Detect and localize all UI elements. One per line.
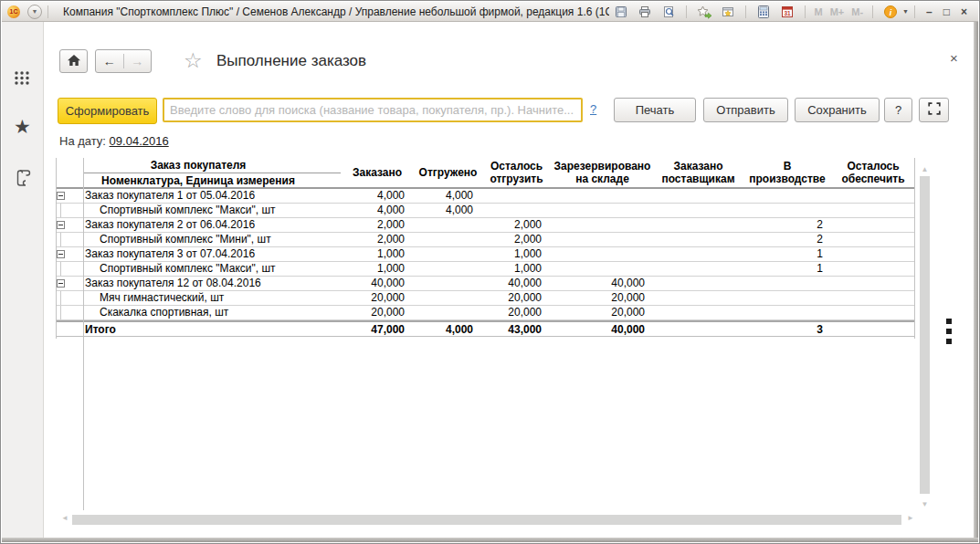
horizontal-scroll-thumb[interactable] — [72, 515, 901, 525]
cell-value — [743, 189, 832, 203]
fullscreen-icon — [928, 102, 941, 118]
history-icon[interactable] — [2, 168, 43, 192]
table-row[interactable]: Заказ покупателя 3 от 07.04.20161,0001,0… — [56, 247, 914, 262]
table-tree-border — [83, 158, 84, 510]
scroll-down-icon[interactable]: ▼ — [918, 500, 932, 508]
table-row[interactable]: Спортивный комплекс "Макси", шт4,0004,00… — [56, 204, 914, 218]
cell-value: 1,000 — [482, 247, 551, 261]
row-label: Спортивный комплекс "Макси", шт — [83, 204, 341, 217]
app-window: 1С ▼ Компания "Спорткомплекс Плюс" / Сем… — [0, 0, 980, 544]
titlebar-actions: 31 M M+ M- i ▼ – □ × — [609, 5, 973, 19]
cell-value: 20,000 — [551, 291, 654, 305]
favorites-panel-icon[interactable]: ★ — [2, 116, 43, 138]
home-button[interactable] — [59, 49, 88, 73]
memory-add-button[interactable]: M+ — [830, 6, 845, 17]
tree-cell — [56, 218, 83, 232]
date-value-link[interactable]: 09.04.2016 — [110, 134, 169, 148]
minimize-icon[interactable]: – — [926, 5, 933, 18]
cell-value: 2,000 — [482, 218, 551, 232]
column-header: В производстве — [743, 158, 832, 187]
back-arrow-icon: ← — [103, 54, 116, 68]
table-row[interactable]: Итого47,0004,00043,00040,0003 — [56, 320, 914, 337]
generate-button[interactable]: Сформировать — [58, 98, 157, 124]
info-icon[interactable]: i — [882, 5, 899, 19]
table-row[interactable]: Заказ покупателя 1 от 05.04.20164,0004,0… — [56, 189, 914, 204]
window-titlebar: 1С ▼ Компания "Спорткомплекс Плюс" / Сем… — [2, 2, 978, 22]
main-menu-dropdown-icon[interactable]: ▼ — [27, 5, 42, 19]
tree-cell — [56, 247, 83, 261]
cell-value — [654, 262, 743, 276]
collapse-minus-icon[interactable] — [57, 279, 65, 288]
tree-cell — [56, 233, 83, 246]
titlebar-separator — [805, 5, 806, 18]
cell-value: 2,000 — [341, 218, 414, 232]
cell-value — [414, 277, 482, 290]
column-header: Осталось обеспечить — [832, 158, 914, 187]
vertical-scroll-thumb[interactable] — [920, 176, 930, 494]
sections-menu-icon[interactable] — [2, 70, 43, 89]
cell-value — [551, 218, 654, 232]
scroll-right-icon[interactable]: ► — [907, 514, 914, 522]
memory-recall-button[interactable]: M — [815, 6, 823, 17]
scroll-up-icon[interactable]: ▲ — [918, 165, 932, 173]
horizontal-scrollbar[interactable]: ◄ ► — [61, 513, 914, 527]
cell-value — [654, 291, 743, 305]
print-button[interactable]: Печать — [614, 98, 696, 122]
favorites-window-icon[interactable] — [720, 5, 736, 19]
add-favorite-icon[interactable] — [696, 5, 712, 19]
info-dropdown-icon[interactable]: ▼ — [902, 8, 909, 15]
cell-value — [832, 247, 914, 261]
tree-cell — [56, 291, 83, 305]
table-row[interactable]: Мяч гимнастический, шт20,00020,00020,000 — [56, 291, 914, 306]
collapse-minus-icon[interactable] — [57, 221, 65, 229]
favorite-toggle-icon[interactable]: ☆ — [184, 48, 203, 73]
back-button[interactable]: ← — [96, 54, 124, 68]
send-button[interactable]: Отправить — [703, 98, 788, 122]
cell-value — [414, 247, 482, 261]
tree-cell — [56, 277, 83, 290]
calculator-icon[interactable] — [755, 5, 772, 19]
more-actions-icon[interactable] — [946, 319, 954, 349]
cell-value — [832, 233, 914, 246]
print-preview-icon[interactable] — [660, 5, 677, 19]
save-report-button[interactable]: Сохранить — [795, 98, 880, 122]
table-left-border — [56, 158, 57, 339]
save-icon[interactable] — [613, 5, 629, 19]
cell-value: 4,000 — [414, 189, 482, 203]
cell-value — [743, 277, 832, 290]
form-close-icon[interactable]: × — [950, 50, 958, 66]
collapse-minus-icon[interactable] — [57, 250, 65, 258]
print-icon[interactable] — [637, 5, 653, 19]
cell-value — [743, 204, 832, 217]
cell-value — [832, 262, 914, 276]
row-label: Заказ покупателя 2 от 06.04.2016 — [83, 218, 341, 232]
table-row[interactable]: Спортивный комплекс "Макси", шт1,0001,00… — [56, 262, 914, 277]
memory-subtract-button[interactable]: M- — [851, 6, 863, 17]
search-input[interactable] — [163, 98, 583, 122]
help-button[interactable]: ? — [884, 98, 912, 122]
fullscreen-button[interactable] — [919, 98, 949, 122]
forward-button[interactable]: → — [124, 54, 152, 68]
table-row[interactable]: Заказ покупателя 2 от 06.04.20162,0002,0… — [56, 218, 914, 233]
table-row[interactable]: Заказ покупателя 12 от 08.04.201640,0004… — [56, 277, 914, 291]
row-label: Спортивный комплекс "Макси", шт — [83, 262, 341, 276]
cell-value: 20,000 — [551, 306, 654, 319]
row-label: Итого — [83, 322, 341, 336]
collapse-minus-icon[interactable] — [57, 192, 65, 200]
header-order-label: Заказ покупателя — [56, 158, 341, 173]
maximize-icon[interactable]: □ — [943, 5, 950, 18]
cell-value: 1,000 — [341, 247, 414, 261]
cell-value: 4,000 — [414, 322, 482, 336]
cell-value — [832, 204, 914, 217]
close-icon[interactable]: × — [961, 5, 967, 18]
cell-value — [414, 233, 482, 246]
search-help-link[interactable]: ? — [590, 102, 596, 116]
vertical-scrollbar[interactable]: ▲ ▼ — [918, 165, 932, 508]
titlebar-separator — [914, 5, 915, 18]
titlebar-separator — [745, 5, 746, 18]
table-row[interactable]: Скакалка спортивная, шт20,00020,00020,00… — [56, 306, 914, 320]
tree-cell — [56, 306, 83, 319]
calendar-icon[interactable]: 31 — [779, 5, 796, 19]
scroll-left-icon[interactable]: ◄ — [61, 514, 68, 522]
table-row[interactable]: Спортивный комплекс "Мини", шт2,0002,000… — [56, 233, 914, 247]
